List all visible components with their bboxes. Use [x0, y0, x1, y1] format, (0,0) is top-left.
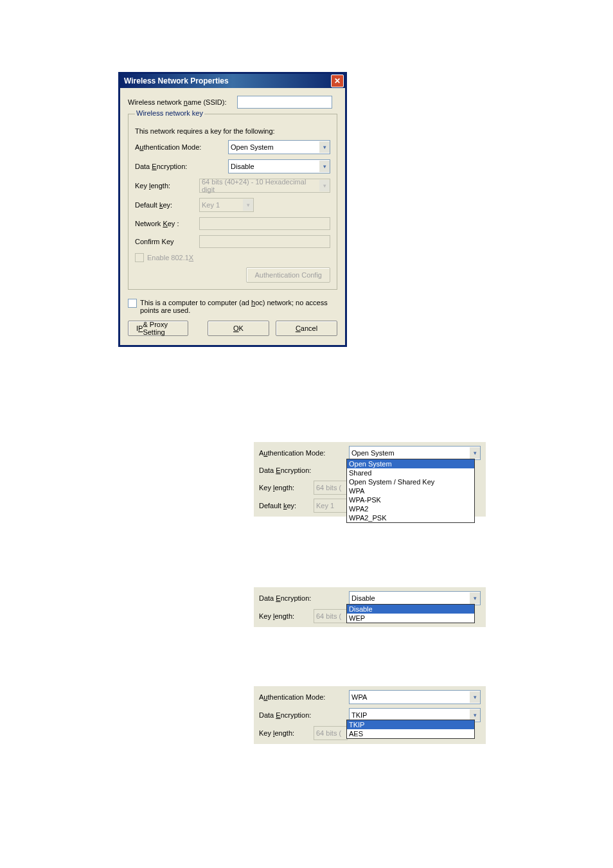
encryption-select[interactable]: Disable ▾	[228, 159, 330, 173]
auth-mode-panel: Authentication Mode: Open System ▾ Data …	[254, 442, 486, 517]
keylength-select: 64 bits (40+24) - 10 Hexadecimal digit ▾	[199, 179, 330, 193]
keylength-select: 64 bits (	[314, 726, 348, 740]
ip-proxy-button[interactable]: IP & Proxy Setting	[128, 321, 188, 336]
auth-label: Authentication Mode:	[259, 449, 349, 457]
wireless-key-group: Wireless network key This network requir…	[128, 114, 337, 290]
keylength-label: Key length:	[259, 729, 314, 737]
dropdown-item[interactable]: Shared	[347, 468, 474, 477]
cancel-button[interactable]: Cancel	[276, 321, 337, 336]
enable-8021x-label: Enable 802.1X	[147, 254, 193, 261]
window-title: Wireless Network Properties	[124, 76, 229, 85]
encryption-label: Data Encryption:	[259, 466, 349, 474]
chevron-down-icon: ▾	[319, 180, 330, 191]
chevron-down-icon: ▾	[243, 199, 253, 211]
encryption-panel: Data Encryption: Disable ▾ Key length: 6…	[254, 587, 486, 627]
keylength-select: 64 bits (	[314, 609, 348, 623]
keylength-select: 64 bits (	[314, 481, 348, 495]
keylength-label: Key length:	[259, 484, 314, 492]
auth-config-button: Authentication Config	[246, 267, 330, 283]
dropdown-item[interactable]: WPA2_PSK	[347, 513, 474, 522]
auth-mode-select[interactable]: Open System ▾	[349, 446, 481, 460]
encryption-label: Data Encryption:	[259, 711, 349, 719]
requires-note: This network requires a key for the foll…	[135, 127, 330, 135]
chevron-down-icon: ▾	[319, 161, 330, 172]
dropdown-item[interactable]: WEP	[347, 614, 474, 623]
adhoc-label: This is a computer to computer (ad hoc) …	[140, 299, 337, 314]
dropdown-item[interactable]: WPA2	[347, 504, 474, 513]
encryption-select[interactable]: Disable ▾	[349, 591, 481, 605]
auth-mode-select[interactable]: Open System ▾	[228, 140, 330, 154]
defaultkey-select: Key 1 ▾	[199, 198, 254, 212]
enable-8021x-checkbox	[135, 253, 144, 262]
close-icon[interactable]: ✕	[331, 75, 344, 87]
dropdown-item[interactable]: AES	[347, 729, 474, 738]
chevron-down-icon: ▾	[470, 592, 480, 604]
dropdown-item[interactable]: Open System	[347, 459, 474, 468]
defaultkey-select: Key 1	[314, 499, 348, 513]
encryption-label: Data Encryption:	[259, 594, 349, 602]
dropdown-item[interactable]: TKIP	[347, 720, 474, 729]
networkkey-label: Network Key :	[135, 220, 199, 227]
networkkey-input	[199, 217, 330, 230]
wpa-panel: Authentication Mode: WPA ▾ Data Encrypti…	[254, 686, 486, 744]
confirmkey-label: Confirm Key	[135, 238, 199, 245]
chevron-down-icon: ▾	[470, 691, 480, 703]
auth-mode-select[interactable]: WPA ▾	[349, 690, 481, 704]
ssid-label: Wireless network name (SSID):	[128, 98, 237, 106]
ok-button[interactable]: OK	[208, 321, 269, 336]
wireless-properties-dialog: Wireless Network Properties ✕ Wireless n…	[119, 73, 346, 346]
chevron-down-icon: ▾	[319, 141, 330, 153]
chevron-down-icon: ▾	[470, 447, 480, 459]
defaultkey-label: Default key:	[135, 201, 199, 209]
keylength-label: Key length:	[259, 612, 314, 620]
group-legend: Wireless network key	[135, 109, 204, 117]
title-bar: Wireless Network Properties ✕	[120, 74, 345, 88]
auth-label: Authentication Mode:	[135, 143, 228, 151]
keylength-label: Key length:	[135, 182, 199, 190]
ssid-input[interactable]	[237, 96, 332, 109]
encryption-dropdown-list[interactable]: Disable WEP	[346, 604, 475, 623]
adhoc-checkbox[interactable]	[128, 299, 137, 308]
encryption-label: Data Encryption:	[135, 163, 228, 170]
confirmkey-input	[199, 235, 330, 248]
dropdown-item[interactable]: Open System / Shared Key	[347, 477, 474, 486]
defaultkey-label: Default key:	[259, 502, 314, 509]
auth-label: Authentication Mode:	[259, 693, 349, 701]
dropdown-item[interactable]: WPA-PSK	[347, 495, 474, 504]
dropdown-item[interactable]: WPA	[347, 486, 474, 495]
auth-dropdown-list[interactable]: Open System Shared Open System / Shared …	[346, 459, 475, 523]
dropdown-item[interactable]: Disable	[347, 605, 474, 614]
encryption-dropdown-list[interactable]: TKIP AES	[346, 720, 475, 739]
